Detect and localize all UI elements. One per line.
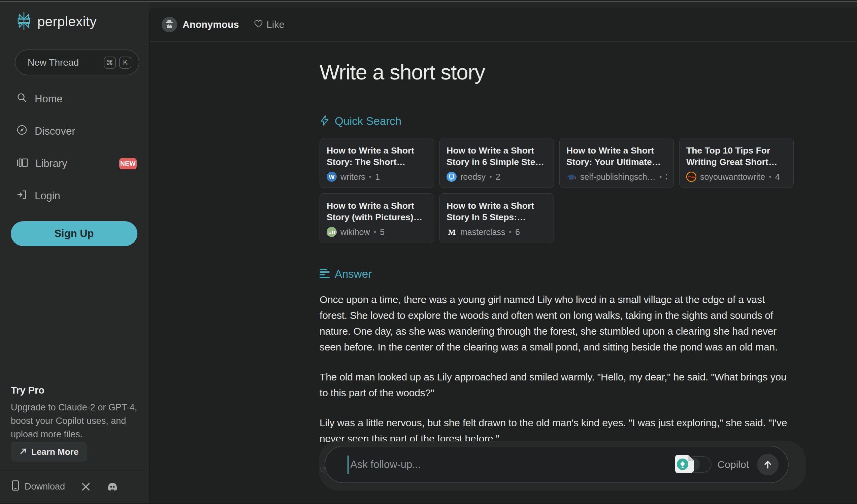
submit-button[interactable] <box>757 454 778 475</box>
anonymous-avatar <box>162 17 177 32</box>
mobile-phone-icon <box>11 480 20 493</box>
query-title: Write a short story <box>320 62 795 83</box>
follow-up-bar: Copilot <box>319 441 806 490</box>
search-result-card[interactable]: How to Write a Short Story: Your Ultimat… <box>559 138 674 188</box>
learn-more-label: Learn More <box>31 447 79 457</box>
result-title: How to Write a Short Story (with Picture… <box>326 200 427 223</box>
dot-separator: • <box>509 228 511 236</box>
text-caret <box>348 455 349 474</box>
brand-name: perplexity <box>37 14 97 29</box>
favicon-writers: W <box>326 172 337 182</box>
sidebar: perplexity New Thread ⌘ K Home Discover <box>0 2 149 503</box>
sidebar-item-label: Library <box>35 157 67 170</box>
result-source: masterclass <box>460 227 505 237</box>
compass-icon <box>17 124 27 138</box>
new-thread-button[interactable]: New Thread ⌘ K <box>15 50 139 75</box>
favicon-wikihow: wH <box>326 227 337 237</box>
discord-icon[interactable] <box>107 482 118 491</box>
svg-text:W: W <box>329 174 335 181</box>
sidebar-item-label: Login <box>35 190 60 202</box>
sidebar-item-label: Discover <box>35 125 75 137</box>
k-key-badge: K <box>119 56 131 69</box>
search-result-card[interactable]: How to Write a Short Story: The Short St… <box>320 138 434 188</box>
sidebar-item-discover[interactable]: Discover <box>17 124 75 138</box>
search-result-card[interactable]: How to Write a Short Story In 5 Steps: W… <box>439 193 554 243</box>
result-source: soyouwanttowrite <box>700 172 765 182</box>
result-rank: 3 <box>666 172 667 182</box>
dot-separator: • <box>369 172 372 181</box>
sidebar-item-library[interactable]: Library <box>17 157 67 170</box>
try-pro-title: Try Pro <box>11 385 139 396</box>
answer-paragraph: The old man looked up as Lily approached… <box>320 369 795 401</box>
arrow-up-icon <box>762 459 773 470</box>
thread-panel: Anonymous Like Write a short story <box>149 8 857 503</box>
cmd-key-badge: ⌘ <box>104 56 116 69</box>
dot-separator: • <box>769 172 771 181</box>
favicon-self-publishing-school <box>566 172 576 182</box>
dot-separator: • <box>659 172 662 181</box>
download-link[interactable]: Download <box>11 480 65 493</box>
copilot-lightbulb-icon <box>674 454 695 475</box>
search-result-card[interactable]: How to Write a Short Story (with Picture… <box>320 193 434 243</box>
arrow-up-right-icon <box>19 447 27 457</box>
result-rank: 2 <box>496 172 500 182</box>
quick-search-header: Quick Search <box>320 115 795 128</box>
quick-search-results: How to Write a Short Story: The Short St… <box>320 138 801 243</box>
result-title: How to Write a Short Story: The Short St… <box>326 145 427 168</box>
lightning-bolt-icon <box>320 115 330 127</box>
like-button[interactable]: Like <box>254 19 285 30</box>
app-root: perplexity New Thread ⌘ K Home Discover <box>0 2 857 503</box>
favicon-reedsy <box>447 172 457 182</box>
sidebar-footer: Download <box>0 469 149 503</box>
result-rank: 6 <box>515 227 520 237</box>
search-icon <box>17 92 27 106</box>
thread-content: Write a short story Quick Search How to … <box>320 62 795 490</box>
favicon-masterclass: M <box>447 227 457 237</box>
result-source: wikihow <box>340 227 370 237</box>
brand-logo[interactable]: perplexity <box>16 12 97 32</box>
result-source: writers <box>340 172 365 182</box>
result-source: reedsy <box>460 172 486 182</box>
favicon-soyouwanttowrite: SYWW <box>686 172 696 182</box>
quick-search-label: Quick Search <box>335 115 401 128</box>
try-pro-description: Upgrade to Claude-2 or GPT-4, boost your… <box>11 401 139 441</box>
library-icon <box>17 156 28 171</box>
new-thread-label: New Thread <box>28 57 100 68</box>
answer-label: Answer <box>335 268 372 281</box>
login-icon <box>17 189 27 203</box>
answer-paragraph: Once upon a time, there was a young girl… <box>320 291 795 355</box>
search-result-card[interactable]: How to Write a Short Story in 6 Simple S… <box>439 138 554 188</box>
thread-author: Anonymous <box>183 19 239 30</box>
x-twitter-icon[interactable] <box>81 482 90 491</box>
new-badge: NEW <box>119 158 137 169</box>
answer-header: Answer <box>320 268 795 281</box>
like-label: Like <box>267 19 285 30</box>
svg-text:wH: wH <box>328 230 335 235</box>
result-rank: 5 <box>380 227 385 237</box>
result-title: How to Write a Short Story in 6 Simple S… <box>447 145 547 168</box>
sidebar-item-home[interactable]: Home <box>17 92 63 106</box>
result-rank: 1 <box>375 172 380 182</box>
result-title: The Top 10 Tips For Writing Great Short… <box>686 145 787 168</box>
result-title: How to Write a Short Story: Your Ultimat… <box>566 145 667 168</box>
answer-lines-icon <box>320 268 330 280</box>
try-pro-panel: Try Pro Upgrade to Claude-2 or GPT-4, bo… <box>11 385 139 441</box>
sidebar-item-login[interactable]: Login <box>17 189 60 203</box>
dot-separator: • <box>374 228 376 236</box>
follow-up-input[interactable] <box>350 458 674 471</box>
svg-text:SYWW: SYWW <box>688 176 695 179</box>
heart-icon <box>254 19 263 30</box>
learn-more-button[interactable]: Learn More <box>11 442 87 461</box>
main-area: Anonymous Like Write a short story <box>149 2 857 503</box>
search-result-card[interactable]: The Top 10 Tips For Writing Great Short…… <box>679 138 794 188</box>
copilot-control: Copilot <box>674 454 778 475</box>
thread-header: Anonymous Like <box>150 8 857 42</box>
sidebar-item-label: Home <box>35 93 63 105</box>
sign-up-button[interactable]: Sign Up <box>11 221 137 246</box>
result-rank: 4 <box>775 172 780 182</box>
download-label: Download <box>24 482 65 492</box>
perplexity-logo-icon <box>16 12 32 32</box>
svg-text:M: M <box>448 228 456 236</box>
result-title: How to Write a Short Story In 5 Steps: W… <box>447 200 547 223</box>
result-source: self-publishingsch… <box>580 172 656 182</box>
